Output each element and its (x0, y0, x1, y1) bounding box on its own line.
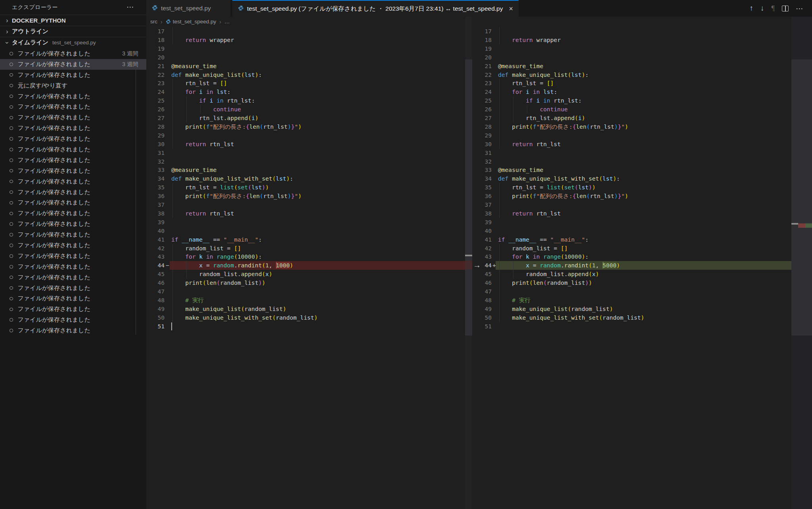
code-line[interactable]: 17 (472, 27, 791, 36)
timeline-item[interactable]: ファイルが保存されました (0, 229, 146, 240)
code-line[interactable]: 51 (147, 322, 465, 331)
timeline-item[interactable]: ファイルが保存されました (0, 155, 146, 166)
code-line[interactable]: 29 (472, 131, 791, 140)
code-line[interactable]: 39 (472, 218, 791, 227)
code-line[interactable]: 44+ x = random.randint(1, 5000) (472, 261, 791, 270)
code-line[interactable]: 21@measure_time (147, 62, 465, 71)
code-line[interactable]: 50 make_unique_list_with_set(random_list… (472, 313, 791, 322)
code-line[interactable]: 28 print(f"配列の長さ:{len(rtn_lst)}") (472, 122, 791, 131)
timeline-item[interactable]: ファイルが保存されました (0, 123, 146, 133)
code-line[interactable]: 32 (472, 157, 791, 166)
code-line[interactable]: 21@measure_time (472, 62, 791, 71)
timeline-item[interactable]: ファイルが保存されました (0, 272, 146, 283)
code-line[interactable]: 24 for i in lst: (472, 88, 791, 96)
explorer-more-icon[interactable]: ⋯ (126, 2, 134, 11)
tab-diff-test-set-speed[interactable]: test_set_speed.py (ファイルが保存されました ・ 2023年6… (232, 0, 519, 17)
code-line[interactable]: 48 # 実行 (147, 296, 465, 305)
code-line[interactable]: 43 for k in range(10000): (147, 252, 465, 261)
code-line[interactable]: 32 (147, 157, 465, 166)
sidebar-section-timeline[interactable]: › タイムライン test_set_speed.py (0, 37, 146, 48)
code-line[interactable]: 23 rtn_lst = [] (472, 79, 791, 88)
code-line[interactable]: 42 random_list = [] (472, 244, 791, 253)
code-line[interactable]: 49 make_unique_list(random_list) (147, 305, 465, 313)
timeline-item[interactable]: ファイルが保存されました (0, 112, 146, 123)
left-editor-scrollbar[interactable] (465, 17, 472, 509)
code-line[interactable]: 51 (472, 322, 791, 331)
timeline-item[interactable]: ファイルが保存されました (0, 187, 146, 198)
code-line[interactable]: 22def make_unique_list(lst): (472, 71, 791, 79)
code-line[interactable]: 20 (147, 53, 465, 62)
split-editor-icon[interactable] (782, 6, 789, 11)
timeline-item[interactable]: ファイルが保存されました (0, 144, 146, 155)
tab-test-set-speed[interactable]: test_set_speed.py (146, 0, 230, 17)
code-line[interactable]: 25 if i in rtn_lst: (472, 96, 791, 105)
code-line[interactable]: 24 for i in lst: (147, 88, 465, 96)
code-line[interactable]: 48 # 実行 (472, 296, 791, 305)
close-icon[interactable]: × (509, 5, 513, 13)
code-line[interactable]: 20 (472, 53, 791, 62)
code-line[interactable]: 49 make_unique_list(random_list) (472, 305, 791, 313)
more-actions-icon[interactable]: ⋯ (796, 4, 803, 13)
code-line[interactable]: 46 print(len(random_list)) (472, 278, 791, 287)
code-line[interactable]: 38 return rtn_lst (147, 209, 465, 218)
code-line[interactable]: 40 (472, 227, 791, 235)
timeline-item[interactable]: ファイルが保存されました3 週間 (0, 48, 146, 59)
diff-original-editor[interactable]: 1718 return wrapper192021@measure_time22… (147, 26, 465, 509)
timeline-item[interactable]: ファイルが保存されました (0, 293, 146, 304)
code-line[interactable]: 50 make_unique_list_with_set(random_list… (147, 313, 465, 322)
timeline-item[interactable]: 元に戻す/やり直す (0, 80, 146, 91)
code-line[interactable]: 18 return wrapper (472, 36, 791, 44)
code-line[interactable]: 43 for k in range(10000): (472, 252, 791, 261)
pilcrow-icon[interactable]: ¶ (771, 4, 775, 13)
code-line[interactable]: 35 rtn_lst = list(set(lst)) (147, 183, 465, 192)
timeline-item[interactable]: ファイルが保存されました (0, 325, 146, 336)
code-line[interactable]: 27 rtn_lst.append(i) (147, 114, 465, 122)
timeline-item[interactable]: ファイルが保存されました (0, 251, 146, 261)
arrow-down-icon[interactable]: ↓ (760, 4, 764, 13)
timeline-item[interactable]: ファイルが保存されました (0, 304, 146, 315)
timeline-item[interactable]: ファイルが保存されました (0, 176, 146, 187)
code-line[interactable]: 30 return rtn_lst (147, 140, 465, 149)
code-line[interactable]: 31 (472, 149, 791, 157)
code-line[interactable]: 30 return rtn_lst (472, 140, 791, 149)
code-line[interactable]: 25 if i in rtn_lst: (147, 96, 465, 105)
timeline-item[interactable]: ファイルが保存されました (0, 261, 146, 272)
code-line[interactable]: 27 rtn_lst.append(i) (472, 114, 791, 122)
diff-modified-editor[interactable]: 1718 return wrapper192021@measure_time22… (472, 26, 791, 509)
code-line[interactable]: 31 (147, 149, 465, 157)
code-line[interactable]: 18 return wrapper (147, 36, 465, 44)
code-line[interactable]: 46 print(len(random_list)) (147, 278, 465, 287)
right-editor-scrollbar[interactable] (791, 17, 798, 509)
timeline-item[interactable]: ファイルが保存されました (0, 240, 146, 251)
code-line[interactable]: 37 (147, 200, 465, 209)
breadcrumb-item-file[interactable]: test_set_speed.py (173, 19, 216, 25)
code-line[interactable]: 23 rtn_lst = [] (147, 79, 465, 88)
code-line[interactable]: 19 (472, 44, 791, 53)
code-line[interactable]: 47 (147, 287, 465, 296)
code-line[interactable]: 22def make_unique_list(lst): (147, 71, 465, 79)
timeline-item[interactable]: ファイルが保存されました (0, 208, 146, 219)
code-line[interactable]: 33@measure_time (147, 166, 465, 174)
timeline-item[interactable]: ファイルが保存されました (0, 70, 146, 80)
timeline-item[interactable]: ファイルが保存されました (0, 166, 146, 176)
code-line[interactable]: 29 (147, 131, 465, 140)
breadcrumb-item-src[interactable]: src (150, 19, 157, 25)
code-line[interactable]: 26 continue (147, 105, 465, 114)
timeline-item[interactable]: ファイルが保存されました (0, 283, 146, 294)
timeline-item[interactable]: ファイルが保存されました (0, 133, 146, 144)
code-line[interactable]: 38 return rtn_lst (472, 209, 791, 218)
code-line[interactable]: 37 (472, 200, 791, 209)
code-line[interactable]: 17 (147, 27, 465, 36)
code-line[interactable]: 26 continue (472, 105, 791, 114)
code-line[interactable]: 41if __name__ == "__main__": (472, 235, 791, 244)
code-line[interactable]: 36 print(f"配列の長さ:{len(rtn_lst)}") (472, 192, 791, 200)
timeline-item[interactable]: ファイルが保存されました (0, 219, 146, 229)
code-line[interactable]: 39 (147, 218, 465, 227)
code-line[interactable]: 41if __name__ == "__main__": (147, 235, 465, 244)
sidebar-section-outline[interactable]: › アウトライン (0, 26, 146, 37)
code-line[interactable]: 35 rtn_lst = list(set(lst)) (472, 183, 791, 192)
revert-change-arrow[interactable]: → (473, 261, 483, 270)
timeline-item[interactable]: ファイルが保存されました (0, 101, 146, 112)
code-line[interactable]: 33@measure_time (472, 166, 791, 174)
code-line[interactable]: 44− x = random.randint(1, 1000) (147, 261, 465, 270)
